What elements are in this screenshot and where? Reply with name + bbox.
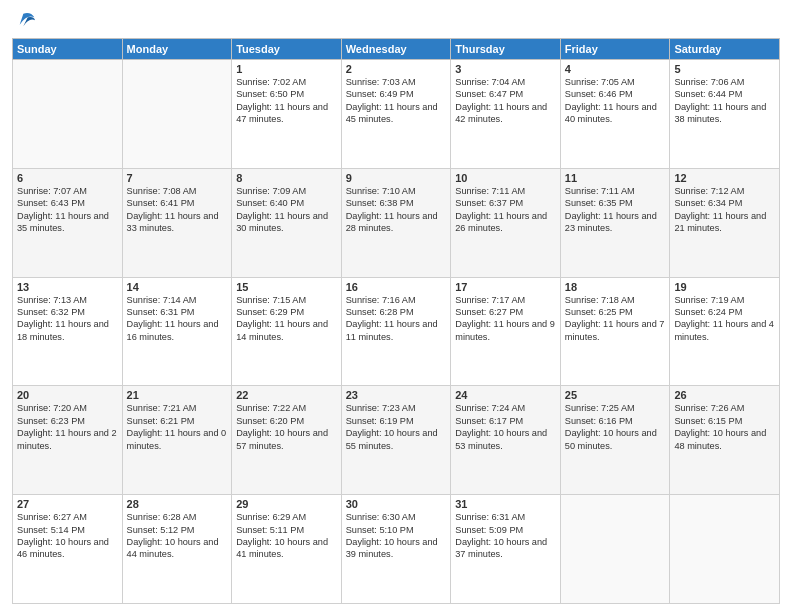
day-cell: 4Sunrise: 7:05 AM Sunset: 6:46 PM Daylig… — [560, 60, 670, 169]
day-number: 13 — [17, 281, 118, 293]
day-cell: 11Sunrise: 7:11 AM Sunset: 6:35 PM Dayli… — [560, 168, 670, 277]
day-cell-info: Sunrise: 7:09 AM Sunset: 6:40 PM Dayligh… — [236, 185, 337, 235]
day-cell: 9Sunrise: 7:10 AM Sunset: 6:38 PM Daylig… — [341, 168, 451, 277]
day-number: 10 — [455, 172, 556, 184]
day-cell: 28Sunrise: 6:28 AM Sunset: 5:12 PM Dayli… — [122, 495, 232, 604]
logo-icon — [16, 10, 38, 32]
day-cell: 19Sunrise: 7:19 AM Sunset: 6:24 PM Dayli… — [670, 277, 780, 386]
header — [12, 10, 780, 32]
day-cell-info: Sunrise: 7:21 AM Sunset: 6:21 PM Dayligh… — [127, 402, 228, 452]
day-number: 2 — [346, 63, 447, 75]
day-cell-info: Sunrise: 6:31 AM Sunset: 5:09 PM Dayligh… — [455, 511, 556, 561]
day-cell-info: Sunrise: 7:02 AM Sunset: 6:50 PM Dayligh… — [236, 76, 337, 126]
day-cell-info: Sunrise: 7:13 AM Sunset: 6:32 PM Dayligh… — [17, 294, 118, 344]
day-cell: 27Sunrise: 6:27 AM Sunset: 5:14 PM Dayli… — [13, 495, 123, 604]
week-row-5: 27Sunrise: 6:27 AM Sunset: 5:14 PM Dayli… — [13, 495, 780, 604]
day-cell-info: Sunrise: 7:16 AM Sunset: 6:28 PM Dayligh… — [346, 294, 447, 344]
day-cell: 3Sunrise: 7:04 AM Sunset: 6:47 PM Daylig… — [451, 60, 561, 169]
day-cell: 25Sunrise: 7:25 AM Sunset: 6:16 PM Dayli… — [560, 386, 670, 495]
day-number: 7 — [127, 172, 228, 184]
day-number: 11 — [565, 172, 666, 184]
day-number: 29 — [236, 498, 337, 510]
day-cell-info: Sunrise: 7:06 AM Sunset: 6:44 PM Dayligh… — [674, 76, 775, 126]
day-cell: 12Sunrise: 7:12 AM Sunset: 6:34 PM Dayli… — [670, 168, 780, 277]
day-cell-info: Sunrise: 7:23 AM Sunset: 6:19 PM Dayligh… — [346, 402, 447, 452]
weekday-header-saturday: Saturday — [670, 39, 780, 60]
weekday-header-sunday: Sunday — [13, 39, 123, 60]
weekday-header-thursday: Thursday — [451, 39, 561, 60]
day-cell: 18Sunrise: 7:18 AM Sunset: 6:25 PM Dayli… — [560, 277, 670, 386]
day-number: 4 — [565, 63, 666, 75]
day-number: 18 — [565, 281, 666, 293]
day-cell-info: Sunrise: 6:30 AM Sunset: 5:10 PM Dayligh… — [346, 511, 447, 561]
day-cell-info: Sunrise: 7:22 AM Sunset: 6:20 PM Dayligh… — [236, 402, 337, 452]
day-number: 23 — [346, 389, 447, 401]
day-cell: 30Sunrise: 6:30 AM Sunset: 5:10 PM Dayli… — [341, 495, 451, 604]
day-number: 26 — [674, 389, 775, 401]
day-cell: 5Sunrise: 7:06 AM Sunset: 6:44 PM Daylig… — [670, 60, 780, 169]
day-cell-info: Sunrise: 7:07 AM Sunset: 6:43 PM Dayligh… — [17, 185, 118, 235]
day-cell: 1Sunrise: 7:02 AM Sunset: 6:50 PM Daylig… — [232, 60, 342, 169]
weekday-header-row: SundayMondayTuesdayWednesdayThursdayFrid… — [13, 39, 780, 60]
day-cell: 15Sunrise: 7:15 AM Sunset: 6:29 PM Dayli… — [232, 277, 342, 386]
day-cell: 29Sunrise: 6:29 AM Sunset: 5:11 PM Dayli… — [232, 495, 342, 604]
day-number: 14 — [127, 281, 228, 293]
day-cell-info: Sunrise: 7:18 AM Sunset: 6:25 PM Dayligh… — [565, 294, 666, 344]
day-cell: 2Sunrise: 7:03 AM Sunset: 6:49 PM Daylig… — [341, 60, 451, 169]
day-cell: 17Sunrise: 7:17 AM Sunset: 6:27 PM Dayli… — [451, 277, 561, 386]
day-cell-info: Sunrise: 7:11 AM Sunset: 6:35 PM Dayligh… — [565, 185, 666, 235]
day-cell: 26Sunrise: 7:26 AM Sunset: 6:15 PM Dayli… — [670, 386, 780, 495]
day-cell — [560, 495, 670, 604]
day-cell-info: Sunrise: 7:10 AM Sunset: 6:38 PM Dayligh… — [346, 185, 447, 235]
day-number: 1 — [236, 63, 337, 75]
day-cell-info: Sunrise: 6:29 AM Sunset: 5:11 PM Dayligh… — [236, 511, 337, 561]
day-cell: 13Sunrise: 7:13 AM Sunset: 6:32 PM Dayli… — [13, 277, 123, 386]
day-number: 9 — [346, 172, 447, 184]
day-number: 19 — [674, 281, 775, 293]
week-row-2: 6Sunrise: 7:07 AM Sunset: 6:43 PM Daylig… — [13, 168, 780, 277]
day-number: 6 — [17, 172, 118, 184]
weekday-header-friday: Friday — [560, 39, 670, 60]
day-cell-info: Sunrise: 6:27 AM Sunset: 5:14 PM Dayligh… — [17, 511, 118, 561]
day-cell: 20Sunrise: 7:20 AM Sunset: 6:23 PM Dayli… — [13, 386, 123, 495]
day-number: 25 — [565, 389, 666, 401]
day-cell — [122, 60, 232, 169]
day-cell-info: Sunrise: 7:20 AM Sunset: 6:23 PM Dayligh… — [17, 402, 118, 452]
day-number: 21 — [127, 389, 228, 401]
page: SundayMondayTuesdayWednesdayThursdayFrid… — [0, 0, 792, 612]
weekday-header-wednesday: Wednesday — [341, 39, 451, 60]
day-cell-info: Sunrise: 7:08 AM Sunset: 6:41 PM Dayligh… — [127, 185, 228, 235]
day-cell: 23Sunrise: 7:23 AM Sunset: 6:19 PM Dayli… — [341, 386, 451, 495]
day-number: 27 — [17, 498, 118, 510]
day-number: 17 — [455, 281, 556, 293]
day-cell-info: Sunrise: 7:24 AM Sunset: 6:17 PM Dayligh… — [455, 402, 556, 452]
day-cell-info: Sunrise: 7:25 AM Sunset: 6:16 PM Dayligh… — [565, 402, 666, 452]
day-number: 5 — [674, 63, 775, 75]
day-cell-info: Sunrise: 7:26 AM Sunset: 6:15 PM Dayligh… — [674, 402, 775, 452]
day-cell-info: Sunrise: 7:19 AM Sunset: 6:24 PM Dayligh… — [674, 294, 775, 344]
day-cell-info: Sunrise: 7:11 AM Sunset: 6:37 PM Dayligh… — [455, 185, 556, 235]
day-number: 15 — [236, 281, 337, 293]
day-cell-info: Sunrise: 7:17 AM Sunset: 6:27 PM Dayligh… — [455, 294, 556, 344]
day-cell-info: Sunrise: 7:15 AM Sunset: 6:29 PM Dayligh… — [236, 294, 337, 344]
day-cell: 31Sunrise: 6:31 AM Sunset: 5:09 PM Dayli… — [451, 495, 561, 604]
day-cell: 21Sunrise: 7:21 AM Sunset: 6:21 PM Dayli… — [122, 386, 232, 495]
day-number: 28 — [127, 498, 228, 510]
weekday-header-tuesday: Tuesday — [232, 39, 342, 60]
day-cell: 7Sunrise: 7:08 AM Sunset: 6:41 PM Daylig… — [122, 168, 232, 277]
day-number: 12 — [674, 172, 775, 184]
day-cell: 22Sunrise: 7:22 AM Sunset: 6:20 PM Dayli… — [232, 386, 342, 495]
day-cell-info: Sunrise: 7:14 AM Sunset: 6:31 PM Dayligh… — [127, 294, 228, 344]
day-number: 22 — [236, 389, 337, 401]
day-number: 24 — [455, 389, 556, 401]
day-cell: 24Sunrise: 7:24 AM Sunset: 6:17 PM Dayli… — [451, 386, 561, 495]
day-number: 31 — [455, 498, 556, 510]
day-cell-info: Sunrise: 7:03 AM Sunset: 6:49 PM Dayligh… — [346, 76, 447, 126]
day-cell: 10Sunrise: 7:11 AM Sunset: 6:37 PM Dayli… — [451, 168, 561, 277]
day-cell-info: Sunrise: 7:04 AM Sunset: 6:47 PM Dayligh… — [455, 76, 556, 126]
day-number: 3 — [455, 63, 556, 75]
day-cell-info: Sunrise: 7:05 AM Sunset: 6:46 PM Dayligh… — [565, 76, 666, 126]
week-row-1: 1Sunrise: 7:02 AM Sunset: 6:50 PM Daylig… — [13, 60, 780, 169]
day-cell-info: Sunrise: 7:12 AM Sunset: 6:34 PM Dayligh… — [674, 185, 775, 235]
day-number: 30 — [346, 498, 447, 510]
